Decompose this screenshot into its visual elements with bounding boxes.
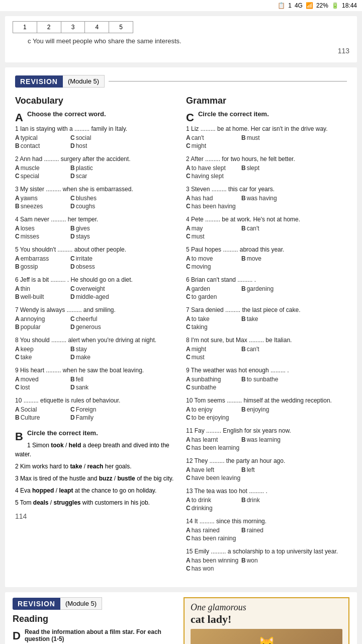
grammar-opt-C: Cmoving — [186, 263, 241, 270]
vocab-opt-B: Bfell — [70, 376, 126, 383]
grammar-opt-B: Brained — [241, 527, 297, 534]
vocab-q-10: 10 ......... etiquette is rules of behav… — [15, 396, 176, 421]
grammar-q-12: 12 They ......... the party an hour ago.… — [186, 456, 347, 481]
vocab-q-4: 4 Sam never ......... her temper.AlosesB… — [15, 215, 176, 240]
vocab-opt-D: Dscar — [70, 173, 126, 180]
grammar-questions: 1 Liz ......... be at home. Her car isn'… — [186, 122, 347, 572]
revision-line — [109, 81, 347, 82]
grammar-opt-C: Chas won — [186, 565, 241, 572]
grammar-opt-B: Bleft — [241, 466, 297, 473]
grammar-opt-C: Cmust — [186, 233, 241, 240]
clock: 18:44 — [342, 2, 357, 9]
grammar-q-opts-6: AgardenBgardeningCto garden — [186, 285, 347, 300]
vocab-opt-D: DFamily — [70, 414, 126, 421]
grammar-q-text-12: 12 They ......... the party an hour ago. — [186, 456, 347, 465]
vocab-q-opts-7: AannoyingCcheerfulBpopularDgenerous — [15, 315, 176, 331]
grammar-q-13: 13 The tea was too hot ......... .Ato dr… — [186, 487, 347, 512]
grammar-q-1: 1 Liz ......... be at home. Her car isn'… — [186, 124, 347, 149]
top-snippet: 1 2 3 4 5 c You will meet people who sha… — [5, 16, 357, 62]
grammar-q-opts-7: Ato takeBtakeCtaking — [186, 315, 347, 331]
grammar-opt-B: Bwas having — [241, 195, 297, 202]
grammar-q-text-5: 5 Paul hopes ......... abroad this year. — [186, 245, 347, 254]
grammar-q-6: 6 Brian can't stand ......... .AgardenBg… — [186, 275, 347, 300]
page-num-114: 114 — [15, 512, 176, 520]
vocab-q-opts-10: ASocialCForeignBCultureDFamily — [15, 406, 176, 421]
section-b-instruction: Circle the correct item. — [27, 429, 176, 437]
grammar-q-text-14: 14 It ......... since this morning. — [186, 517, 347, 526]
cat-lady-text: One glamorous cat lady! — [191, 602, 342, 626]
vocab-opt-D: Dobsess — [70, 263, 126, 270]
grammar-q-7: 7 Sara denied ......... the last piece o… — [186, 305, 347, 331]
vocabulary-column: Vocabulary A Choose the correct word. 1 … — [15, 96, 176, 577]
vocab-opt-A: Akeep — [15, 346, 70, 353]
vocab-q-text-5: 5 You shouldn't ......... about other pe… — [15, 245, 176, 254]
vocab-q-text-7: 7 Wendy is always ......... and smiling. — [15, 305, 176, 314]
section-c-block: C Circle the correct item. — [186, 110, 347, 118]
bottom-revision-module: (Module 5) — [60, 597, 102, 610]
grammar-opt-C: Chas been having — [186, 203, 241, 210]
cat-lady-box: One glamorous cat lady! 🐱 — [184, 597, 349, 644]
vocab-q-1: 1 Ian is staying with a ......... family… — [15, 124, 176, 149]
grammar-opt-C: Chas been raining — [186, 535, 241, 542]
network-type: 4G — [295, 2, 303, 9]
vocab-opt-C: Clost — [15, 384, 70, 391]
bottom-snippet: REVISION (Module 5) Reading D Read the i… — [5, 592, 357, 644]
page-wrapper: 1 2 3 4 5 c You will meet people who sha… — [0, 11, 362, 644]
grammar-opt-B: Bwas learning — [241, 436, 297, 443]
vocab-opt-C: Cmisses — [15, 233, 70, 240]
grammar-opt-B: Bslept — [241, 165, 297, 172]
section-b-block: B Circle the correct item. 1 Simon took … — [15, 429, 176, 507]
vocab-q-opts-9: AmovedBfellClostDsank — [15, 376, 176, 391]
section-c-instruction: Circle the correct item. — [198, 110, 347, 118]
grammar-opt-A: Ahas had — [186, 195, 241, 202]
cat-lady-line1: One glamorous — [191, 602, 246, 612]
grid-cell-3: 3 — [61, 22, 85, 33]
page-num-113: 113 — [13, 47, 349, 55]
reading-title: Reading — [13, 614, 178, 624]
grammar-opt-B: Benjoying — [241, 406, 297, 413]
grammar-opt-B: Bdrink — [241, 497, 297, 504]
grammar-q-text-3: 3 Steven ......... this car for years. — [186, 185, 347, 194]
bottom-left: REVISION (Module 5) Reading D Read the i… — [13, 597, 184, 644]
vocab-opt-C: Cirritate — [70, 255, 126, 262]
vocab-opt-A: Aannoying — [15, 315, 70, 323]
grammar-q-text-11: 11 Fay ......... English for six years n… — [186, 426, 347, 435]
grammar-opt-C: Cdrinking — [186, 505, 241, 512]
reading-section: Reading D Read the information about a f… — [13, 614, 178, 644]
grammar-q-9: 9 The weather was hot enough ......... .… — [186, 366, 347, 391]
vocab-q-7: 7 Wendy is always ......... and smiling.… — [15, 305, 176, 331]
signal-bars: 📶 — [306, 2, 313, 9]
grammar-q-2: 2 After ......... for two hours, he felt… — [186, 154, 347, 180]
grammar-q-opts-12: Ahave leftBleftChave been leaving — [186, 466, 347, 481]
grammar-opt-A: Acan't — [186, 134, 241, 141]
grammar-q-text-15: 15 Emily ......... a scholarship to a to… — [186, 547, 347, 556]
grammar-opt-A: Asunbathing — [186, 376, 241, 383]
grammar-opt-A: Ahas rained — [186, 527, 241, 534]
cat-image-placeholder: 🐱 — [191, 629, 342, 644]
grammar-q-15: 15 Emily ......... a scholarship to a to… — [186, 547, 347, 572]
two-col-layout: Vocabulary A Choose the correct word. 1 … — [15, 96, 347, 577]
grammar-opt-A: Amay — [186, 225, 241, 232]
grammar-q-opts-9: AsunbathingBto sunbatheCsunbathe — [186, 376, 347, 391]
vocab-opt-C: CForeign — [70, 406, 126, 413]
grammar-q-text-9: 9 The weather was hot enough ......... . — [186, 366, 347, 375]
section-a-instruction: Choose the correct word. — [27, 110, 176, 118]
vocab-opt-D: Dsank — [70, 384, 126, 391]
vocab-q-opts-8: AkeepBstayCtakeDmake — [15, 346, 176, 361]
section-a-letter: A — [15, 111, 23, 124]
grammar-q-10: 10 Tom seems ......... himself at the we… — [186, 396, 347, 421]
grammar-q-opts-2: Ato have sleptBsleptChaving slept — [186, 165, 347, 180]
grammar-title: Grammar — [186, 96, 347, 106]
reading-d-block: D Read the information about a film star… — [13, 628, 178, 644]
grammar-opt-A: Ato move — [186, 255, 241, 262]
vocabulary-title: Vocabulary — [15, 96, 176, 106]
grammar-q-text-7: 7 Sara denied ......... the last piece o… — [186, 305, 347, 314]
b-item-3: 3 Max is tired of the hustle and buzz / … — [15, 474, 176, 483]
vocab-opt-C: Ctake — [15, 354, 70, 361]
grammar-q-opts-11: Ahas learntBwas learningChas been learni… — [186, 436, 347, 451]
battery-icon: 🔋 — [331, 2, 339, 9]
grammar-opt-B: Bcan't — [241, 346, 297, 353]
vocab-opt-B: Bwell-built — [15, 293, 70, 300]
b-item-1: 1 Simon took / held a deep breath and di… — [15, 441, 176, 459]
b-item-4: 4 Eva hopped / leapt at the chance to go… — [15, 486, 176, 495]
